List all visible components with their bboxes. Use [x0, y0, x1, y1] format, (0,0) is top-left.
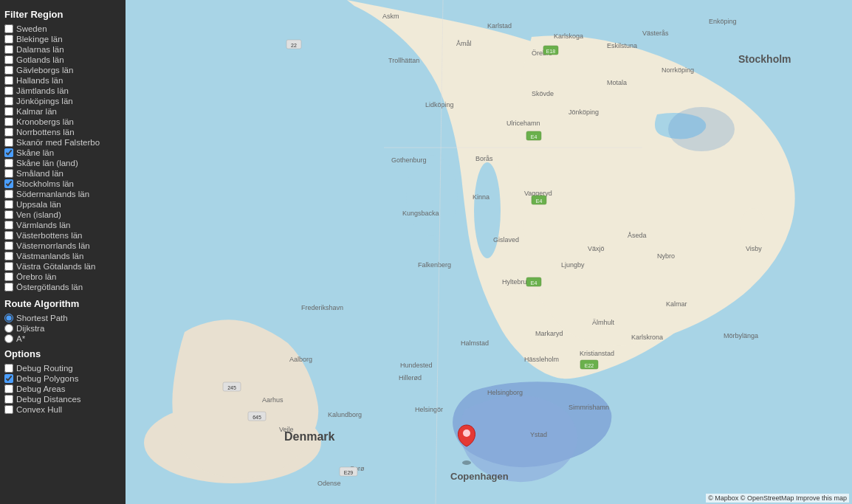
region-item[interactable]: Gävleborgs län [4, 65, 121, 75]
svg-text:Enköping: Enköping [709, 18, 737, 25]
svg-text:E29: E29 [344, 470, 354, 475]
region-item[interactable]: Dalarnas län [4, 44, 121, 55]
svg-point-59 [463, 429, 470, 437]
region-item[interactable]: Jönköpings län [4, 96, 121, 106]
region-item[interactable]: Ven (island) [4, 210, 121, 220]
options-list: Debug RoutingDebug PolygonsDebug AreasDe… [4, 363, 121, 415]
svg-text:Falkenberg: Falkenberg [418, 261, 451, 269]
option-checkbox[interactable] [4, 364, 13, 373]
region-checkbox[interactable] [4, 97, 13, 106]
region-item[interactable]: Västernorrlands län [4, 241, 121, 251]
region-checkbox[interactable] [4, 107, 13, 116]
option-label: Debug Areas [16, 384, 66, 393]
region-checkbox[interactable] [4, 231, 13, 240]
region-item[interactable]: Uppsala län [4, 199, 121, 210]
svg-text:Kristianstad: Kristianstad [580, 350, 614, 357]
algorithm-item[interactable]: A* [4, 334, 121, 344]
region-item[interactable]: Skanör med Falsterbo [4, 137, 121, 148]
region-item[interactable]: Värmlands län [4, 220, 121, 230]
region-checkbox[interactable] [4, 179, 13, 188]
region-item[interactable]: Norrbottens län [4, 127, 121, 137]
region-label: Gävleborgs län [16, 66, 73, 75]
svg-text:Hillerød: Hillerød [399, 374, 422, 382]
region-checkbox[interactable] [4, 66, 13, 75]
option-checkbox[interactable] [4, 374, 13, 383]
region-item[interactable]: Småland län [4, 168, 121, 179]
region-checkbox[interactable] [4, 35, 13, 44]
svg-text:Ulricehamn: Ulricehamn [506, 120, 540, 127]
option-item[interactable]: Debug Distances [4, 394, 121, 404]
region-label: Norrbottens län [16, 128, 75, 137]
region-item[interactable]: Västmanlands län [4, 251, 121, 261]
svg-text:Halmstad: Halmstad [461, 339, 489, 347]
region-checkbox[interactable] [4, 190, 13, 199]
option-item[interactable]: Debug Areas [4, 384, 121, 394]
region-item[interactable]: Kalmar län [4, 106, 121, 117]
region-label: Västmanlands län [16, 252, 83, 260]
algorithm-item[interactable]: Dijkstra [4, 323, 121, 334]
region-item[interactable]: Blekinge län [4, 34, 121, 44]
region-label: Skanör med Falsterbo [16, 138, 100, 147]
svg-text:Älmhult: Älmhult [592, 319, 615, 326]
region-item[interactable]: Stockholms län [4, 179, 121, 189]
region-item[interactable]: Hallands län [4, 75, 121, 86]
region-checkbox[interactable] [4, 159, 13, 168]
svg-text:Frederikshavn: Frederikshavn [301, 304, 343, 311]
option-checkbox[interactable] [4, 395, 13, 404]
option-label: Convex Hull [16, 405, 62, 414]
region-checkbox[interactable] [4, 55, 13, 64]
region-checkbox[interactable] [4, 45, 13, 54]
region-checkbox[interactable] [4, 138, 13, 147]
region-checkbox[interactable] [4, 148, 13, 157]
region-checkbox[interactable] [4, 241, 13, 250]
region-item[interactable]: Kronobergs län [4, 117, 121, 127]
region-checkbox[interactable] [4, 283, 13, 291]
region-checkbox[interactable] [4, 221, 13, 229]
algorithm-item[interactable]: Shortest Path [4, 313, 121, 323]
option-item[interactable]: Debug Routing [4, 363, 121, 373]
region-checkbox[interactable] [4, 86, 13, 95]
region-item[interactable]: Västra Götalands län [4, 261, 121, 272]
region-checkbox[interactable] [4, 76, 13, 85]
algorithm-radio[interactable] [4, 334, 13, 343]
region-item[interactable]: Södermanlands län [4, 189, 121, 199]
svg-text:E4: E4 [531, 134, 537, 139]
svg-text:Odense: Odense [317, 480, 341, 487]
region-checkbox[interactable] [4, 210, 13, 219]
svg-text:Norrköping: Norrköping [662, 66, 694, 74]
region-checkbox[interactable] [4, 117, 13, 126]
region-checkbox[interactable] [4, 262, 13, 271]
region-item[interactable]: Jämtlands län [4, 86, 121, 96]
svg-text:Hyltebruk: Hyltebruk [502, 278, 531, 286]
region-label: Ven (island) [16, 210, 61, 219]
region-checkbox[interactable] [4, 200, 13, 209]
region-checkbox[interactable] [4, 169, 13, 178]
region-label: Gotlands län [16, 55, 64, 64]
region-checkbox[interactable] [4, 128, 13, 137]
region-item[interactable]: Västerbottens län [4, 230, 121, 241]
svg-text:22: 22 [291, 43, 297, 48]
region-checkbox[interactable] [4, 252, 13, 260]
region-checkbox[interactable] [4, 24, 13, 33]
region-item[interactable]: Örebro län [4, 272, 121, 282]
option-checkbox[interactable] [4, 384, 13, 393]
option-item[interactable]: Convex Hull [4, 404, 121, 415]
map-container[interactable]: Denmark Copenhagen Stockholm Askm Karlst… [126, 0, 852, 504]
option-label: Debug Routing [16, 364, 73, 373]
region-label: Värmlands län [16, 221, 71, 229]
algorithm-radio[interactable] [4, 314, 13, 322]
option-item[interactable]: Debug Polygons [4, 373, 121, 384]
region-item[interactable]: Östergötlands län [4, 282, 121, 292]
region-item[interactable]: Skåne län [4, 148, 121, 158]
region-item[interactable]: Gotlands län [4, 55, 121, 65]
region-item[interactable]: Sweden [4, 24, 121, 34]
region-label: Uppsala län [16, 200, 61, 209]
option-checkbox[interactable] [4, 405, 13, 414]
region-label: Dalarnas län [16, 45, 64, 54]
region-checkbox[interactable] [4, 272, 13, 281]
algorithm-radio[interactable] [4, 324, 13, 333]
svg-text:Motala: Motala [607, 79, 627, 86]
svg-text:Aalborg: Aalborg [289, 356, 312, 363]
region-item[interactable]: Skåne län (land) [4, 158, 121, 168]
svg-text:Åmål: Åmål [456, 40, 472, 47]
